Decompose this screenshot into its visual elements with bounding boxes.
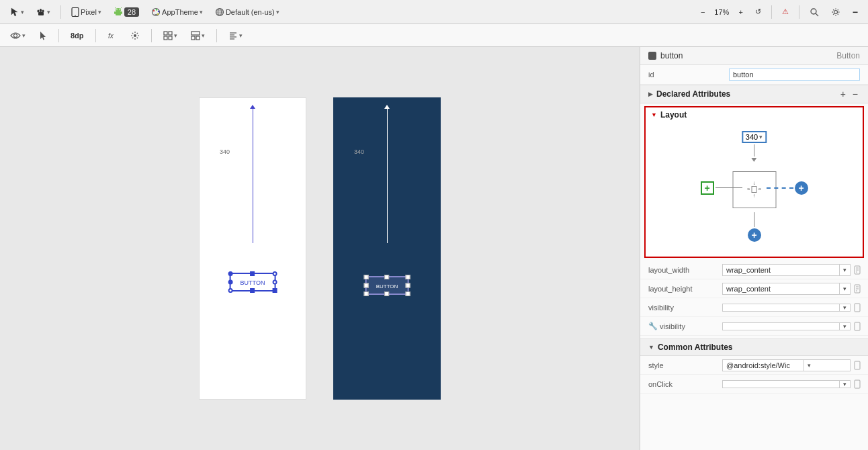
svg-line-37 bbox=[136, 32, 137, 33]
minimize-btn[interactable]: − bbox=[848, 5, 863, 19]
svg-line-11 bbox=[120, 7, 122, 9]
sep3 bbox=[799, 5, 799, 19]
toolbar-top: ▾ ▾ Pixel ▾ 28 bbox=[0, 0, 868, 24]
common-attrs-label: Common Attributes bbox=[658, 343, 733, 352]
layout-height-edit[interactable] bbox=[852, 284, 863, 294]
attributes-scroll[interactable]: layout_width wrap_content ▾ layout_heigh bbox=[640, 261, 868, 450]
component-type: Button bbox=[836, 51, 860, 60]
top-value: 340 bbox=[746, 133, 758, 141]
common-attrs-header[interactable]: ▼ Common Attributes bbox=[640, 339, 868, 356]
grid-btn[interactable]: ▾ bbox=[159, 28, 182, 43]
right-panel: button Button id ▶ Declared Attributes +… bbox=[640, 47, 868, 450]
bottom-constraint-btn[interactable]: + bbox=[748, 228, 761, 242]
svg-point-39 bbox=[134, 34, 136, 37]
canvas-area[interactable]: 340 BUTTON bbox=[0, 47, 640, 450]
pan-tool-btn[interactable]: ▾ bbox=[32, 5, 55, 19]
onclick-edit[interactable] bbox=[852, 379, 863, 389]
layout-header[interactable]: ▼ Layout bbox=[646, 107, 863, 122]
device-selector-btn[interactable]: Pixel ▾ bbox=[67, 5, 106, 19]
svg-line-26 bbox=[816, 13, 818, 16]
layout-btn[interactable]: ▾ bbox=[186, 28, 210, 43]
remove-attr-btn[interactable]: − bbox=[851, 89, 860, 99]
magic-btn[interactable] bbox=[126, 28, 144, 43]
panel-header: button Button bbox=[640, 47, 868, 65]
wireframe-phone: 340 BUTTON bbox=[199, 97, 306, 400]
search-btn[interactable] bbox=[805, 5, 824, 19]
svg-rect-43 bbox=[169, 36, 172, 40]
svg-line-38 bbox=[132, 37, 132, 38]
android-icon bbox=[114, 7, 123, 17]
visibility-select[interactable]: ▾ bbox=[722, 304, 851, 312]
select-tool-btn[interactable]: ▾ bbox=[5, 5, 29, 19]
top-constraint: 340 ▾ bbox=[742, 131, 767, 162]
svg-rect-3 bbox=[38, 9, 40, 12]
sep4 bbox=[58, 29, 59, 42]
declared-attrs-label: Declared Attributes bbox=[656, 89, 730, 99]
cursor-btn[interactable] bbox=[34, 28, 52, 43]
warning-icon: ⚠ bbox=[782, 7, 789, 16]
cursor-icon bbox=[39, 31, 47, 40]
zoom-in-btn[interactable]: + bbox=[734, 5, 747, 19]
text-align-btn[interactable]: ▾ bbox=[224, 28, 247, 43]
id-input[interactable] bbox=[729, 69, 860, 81]
api-badge: 28 bbox=[124, 7, 139, 17]
svg-rect-62 bbox=[855, 380, 860, 388]
pan-icon bbox=[36, 7, 46, 17]
svg-point-16 bbox=[153, 9, 155, 11]
layout-width-select[interactable]: wrap_content ▾ bbox=[722, 264, 851, 276]
locale-selector-btn[interactable]: Default (en-us) ▾ bbox=[210, 5, 284, 19]
svg-line-35 bbox=[132, 32, 132, 33]
wire-button-label: BUTTON bbox=[241, 279, 265, 286]
eye-btn[interactable]: ▾ bbox=[5, 29, 30, 42]
svg-point-28 bbox=[14, 34, 17, 37]
left-constraint-btn[interactable]: + bbox=[701, 181, 714, 195]
visibility-edit[interactable] bbox=[852, 303, 863, 312]
spacing-btn[interactable]: 8dp bbox=[66, 29, 89, 42]
add-attr-btn[interactable]: + bbox=[838, 89, 848, 99]
edit-icon-5 bbox=[854, 361, 861, 370]
top-line bbox=[754, 144, 754, 156]
style-select[interactable]: @android:style/Wic ▾ bbox=[722, 359, 851, 371]
edit-icon-4 bbox=[854, 322, 861, 331]
layout-height-arrow[interactable]: ▾ bbox=[839, 283, 850, 294]
svg-marker-0 bbox=[11, 8, 17, 16]
layout-height-select[interactable]: wrap_content ▾ bbox=[722, 283, 851, 295]
visibility-row: visibility ▾ bbox=[640, 298, 868, 317]
declared-expand-icon: ▶ bbox=[648, 91, 653, 97]
svg-rect-1 bbox=[40, 9, 42, 12]
settings-btn[interactable] bbox=[826, 5, 845, 19]
fx-btn[interactable]: fx bbox=[103, 28, 122, 43]
onclick-select[interactable]: ▾ bbox=[722, 380, 851, 388]
api-level-btn[interactable]: 28 bbox=[109, 5, 144, 19]
visibility2-arrow[interactable]: ▾ bbox=[839, 323, 850, 330]
layout-width-arrow[interactable]: ▾ bbox=[839, 265, 850, 275]
visibility2-select[interactable]: ▾ bbox=[722, 322, 851, 330]
top-dropdown-icon: ▾ bbox=[759, 134, 763, 140]
declared-attrs-actions: + − bbox=[838, 89, 860, 99]
refresh-icon: ↺ bbox=[755, 7, 761, 16]
right-constraint-btn[interactable]: + bbox=[795, 181, 808, 195]
phone-icon bbox=[71, 7, 79, 17]
layout-width-edit[interactable] bbox=[852, 265, 863, 275]
layout-width-row: layout_width wrap_content ▾ bbox=[640, 261, 868, 279]
style-edit[interactable] bbox=[852, 361, 863, 370]
locale-label: Default (en-us) bbox=[226, 8, 275, 16]
device-dropdown-arrow: ▾ bbox=[98, 9, 101, 15]
theme-selector-btn[interactable]: AppTheme ▾ bbox=[146, 5, 208, 19]
inner-chevrons: ↓ »« ↑ bbox=[747, 180, 761, 199]
dim-340-blue: 340 bbox=[354, 148, 364, 155]
svg-rect-60 bbox=[855, 322, 860, 330]
zoom-out-btn[interactable]: − bbox=[696, 5, 709, 19]
visibility2-edit[interactable] bbox=[852, 322, 863, 331]
onclick-arrow[interactable]: ▾ bbox=[839, 381, 850, 388]
refresh-btn[interactable]: ↺ bbox=[750, 5, 766, 19]
declared-attrs-header[interactable]: ▶ Declared Attributes + − bbox=[640, 85, 868, 103]
edit-icon-2 bbox=[854, 284, 861, 294]
visibility-arrow[interactable]: ▾ bbox=[839, 304, 850, 311]
warning-btn[interactable]: ⚠ bbox=[777, 5, 793, 19]
svg-point-25 bbox=[811, 9, 816, 14]
top-value-box[interactable]: 340 ▾ bbox=[742, 131, 767, 143]
layout-label: Layout bbox=[660, 110, 687, 120]
zoom-in-icon: + bbox=[738, 8, 742, 16]
style-arrow[interactable]: ▾ bbox=[804, 360, 814, 371]
